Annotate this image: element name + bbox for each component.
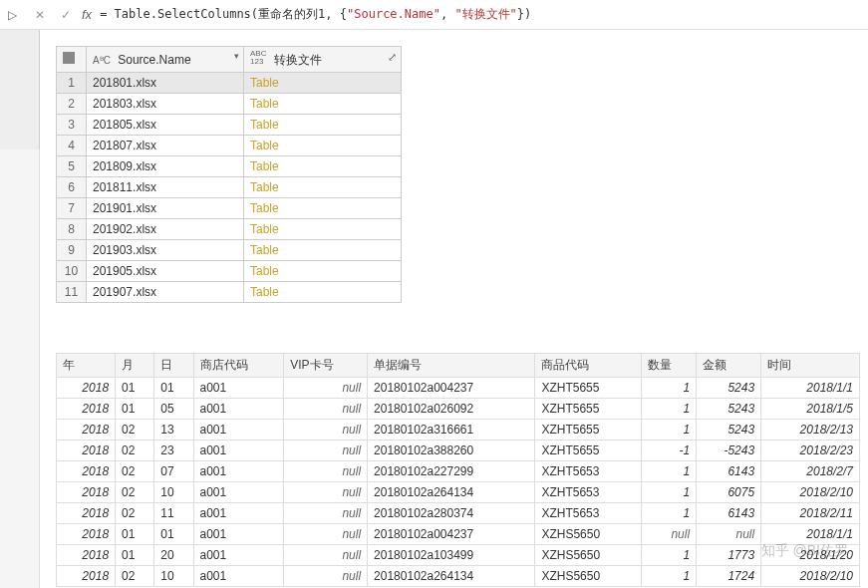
preview-column-header[interactable]: 商店代码 <box>193 354 284 378</box>
preview-cell[interactable]: 2018/2/10 <box>761 482 860 503</box>
preview-column-header[interactable]: 日 <box>154 354 193 378</box>
row-number[interactable]: 9 <box>57 240 87 261</box>
preview-cell[interactable]: 2018/1/1 <box>761 378 860 399</box>
sidebar-tab[interactable] <box>0 30 40 149</box>
preview-cell[interactable]: 2018 <box>57 545 116 566</box>
preview-cell[interactable]: 20180102a103499 <box>368 545 535 566</box>
cell-source-name[interactable]: 201801.xlsx <box>87 73 244 94</box>
table-row[interactable]: 9201903.xlsxTable <box>57 240 402 261</box>
preview-cell[interactable]: XZHT5653 <box>535 503 642 524</box>
preview-row[interactable]: 20180210a001null20180102a264134XZHS56501… <box>57 566 860 587</box>
preview-column-header[interactable]: 时间 <box>761 354 860 378</box>
preview-cell[interactable]: 01 <box>116 378 154 399</box>
preview-cell[interactable]: 20180102a227299 <box>368 461 535 482</box>
row-number[interactable]: 6 <box>57 177 87 198</box>
preview-cell[interactable]: XZHT5655 <box>535 378 642 399</box>
column-header-transform[interactable]: ABC 123 转换文件 ⤢ <box>244 47 402 73</box>
preview-cell[interactable]: 20180102a316661 <box>368 420 535 441</box>
formula-text[interactable]: = Table.SelectColumns(重命名的列1, {"Source.N… <box>100 6 531 23</box>
preview-row[interactable]: 20180101a001null20180102a004237XZHS5650n… <box>57 524 860 545</box>
preview-cell[interactable]: 2018/2/7 <box>761 461 860 482</box>
preview-cell[interactable]: a001 <box>193 524 284 545</box>
preview-row[interactable]: 20180207a001null20180102a227299XZHT56531… <box>57 461 860 482</box>
preview-row[interactable]: 20180120a001null20180102a103499XZHS56501… <box>57 545 860 566</box>
preview-cell[interactable]: 07 <box>154 461 193 482</box>
preview-cell[interactable]: 1 <box>642 566 697 587</box>
preview-cell[interactable]: 2018/2/10 <box>761 566 860 587</box>
table-row[interactable]: 8201902.xlsxTable <box>57 219 402 240</box>
cell-source-name[interactable]: 201907.xlsx <box>87 282 244 303</box>
preview-cell[interactable]: a001 <box>193 461 284 482</box>
preview-cell[interactable]: 02 <box>116 503 154 524</box>
expand-icon[interactable]: ⤢ <box>388 51 397 64</box>
preview-column-header[interactable]: 年 <box>57 354 116 378</box>
preview-cell[interactable]: null <box>284 482 368 503</box>
row-number[interactable]: 8 <box>57 219 87 240</box>
preview-cell[interactable]: 1 <box>642 399 697 420</box>
cell-table-link[interactable]: Table <box>244 73 402 94</box>
preview-cell[interactable]: 6143 <box>697 461 761 482</box>
preview-column-header[interactable]: VIP卡号 <box>284 354 368 378</box>
preview-cell[interactable]: 1 <box>642 545 697 566</box>
row-number[interactable]: 11 <box>57 282 87 303</box>
preview-cell[interactable]: 05 <box>154 399 193 420</box>
filter-dropdown-icon[interactable]: ▾ <box>234 51 239 61</box>
preview-cell[interactable]: 6075 <box>697 482 761 503</box>
row-number[interactable]: 3 <box>57 115 87 136</box>
row-number[interactable]: 4 <box>57 136 87 156</box>
confirm-icon[interactable]: ✓ <box>56 5 76 25</box>
preview-cell[interactable]: XZHT5655 <box>535 441 642 461</box>
preview-cell[interactable]: a001 <box>193 566 284 587</box>
cell-source-name[interactable]: 201905.xlsx <box>87 261 244 282</box>
preview-cell[interactable]: XZHS5650 <box>535 524 642 545</box>
cell-table-link[interactable]: Table <box>244 198 402 219</box>
preview-cell[interactable]: 1 <box>642 482 697 503</box>
cell-table-link[interactable]: Table <box>244 240 402 261</box>
preview-cell[interactable]: 5243 <box>697 378 761 399</box>
preview-cell[interactable]: 2018 <box>57 566 116 587</box>
preview-cell[interactable]: 2018/1/5 <box>761 399 860 420</box>
preview-cell[interactable]: a001 <box>193 420 284 441</box>
preview-cell[interactable]: 02 <box>116 441 154 461</box>
preview-cell[interactable]: 5243 <box>697 399 761 420</box>
preview-cell[interactable]: null <box>284 420 368 441</box>
preview-row[interactable]: 20180213a001null20180102a316661XZHT56551… <box>57 420 860 441</box>
preview-cell[interactable]: null <box>284 524 368 545</box>
cell-table-link[interactable]: Table <box>244 219 402 240</box>
preview-cell[interactable]: 2018 <box>57 441 116 461</box>
preview-cell[interactable]: 2018 <box>57 399 116 420</box>
preview-cell[interactable]: 2018/1/20 <box>761 545 860 566</box>
preview-row[interactable]: 20180105a001null20180102a026092XZHT56551… <box>57 399 860 420</box>
preview-cell[interactable]: 20180102a264134 <box>368 482 535 503</box>
table-row[interactable]: 6201811.xlsxTable <box>57 177 402 198</box>
table-corner[interactable] <box>57 47 87 73</box>
preview-column-header[interactable]: 商品代码 <box>535 354 642 378</box>
preview-cell[interactable]: null <box>697 524 761 545</box>
preview-column-header[interactable]: 金额 <box>697 354 761 378</box>
preview-column-header[interactable]: 单据编号 <box>368 354 535 378</box>
cell-source-name[interactable]: 201901.xlsx <box>87 198 244 219</box>
preview-cell[interactable]: XZHT5653 <box>535 482 642 503</box>
preview-cell[interactable]: 1773 <box>697 545 761 566</box>
preview-cell[interactable]: 01 <box>116 545 154 566</box>
cell-table-link[interactable]: Table <box>244 261 402 282</box>
preview-cell[interactable]: XZHS5650 <box>535 566 642 587</box>
preview-cell[interactable]: 2018 <box>57 461 116 482</box>
preview-cell[interactable]: 10 <box>154 566 193 587</box>
table-row[interactable]: 10201905.xlsxTable <box>57 261 402 282</box>
cell-table-link[interactable]: Table <box>244 156 402 177</box>
preview-row[interactable]: 20180210a001null20180102a264134XZHT56531… <box>57 482 860 503</box>
preview-cell[interactable]: null <box>284 566 368 587</box>
preview-cell[interactable]: 02 <box>116 461 154 482</box>
preview-column-header[interactable]: 数量 <box>642 354 697 378</box>
cell-table-link[interactable]: Table <box>244 136 402 156</box>
row-number[interactable]: 7 <box>57 198 87 219</box>
preview-cell[interactable]: a001 <box>193 482 284 503</box>
preview-cell[interactable]: 20180102a280374 <box>368 503 535 524</box>
cell-source-name[interactable]: 201903.xlsx <box>87 240 244 261</box>
preview-cell[interactable]: 5243 <box>697 420 761 441</box>
preview-column-header[interactable]: 月 <box>116 354 154 378</box>
preview-cell[interactable]: 01 <box>116 399 154 420</box>
preview-cell[interactable]: -5243 <box>697 441 761 461</box>
row-number[interactable]: 5 <box>57 156 87 177</box>
